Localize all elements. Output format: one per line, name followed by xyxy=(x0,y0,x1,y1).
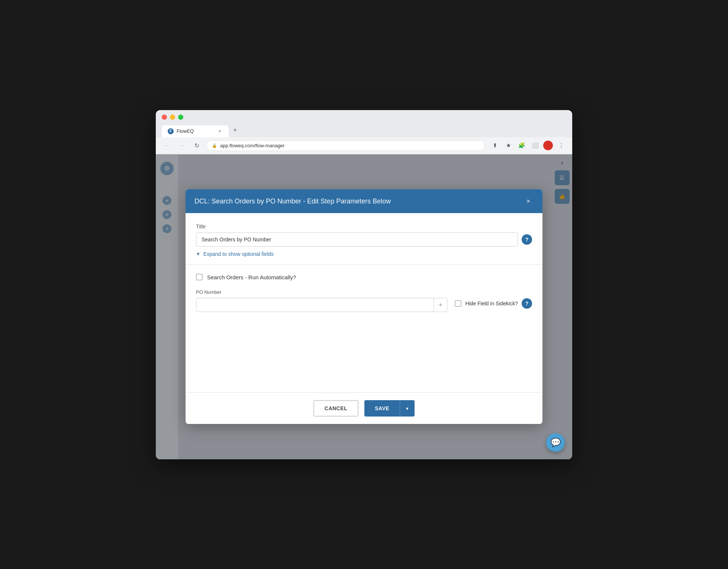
profile-button[interactable] xyxy=(543,141,553,150)
dialog: DCL: Search Orders by PO Number - Edit S… xyxy=(186,189,542,424)
po-number-row: PO Number + Hide Field in Sidekick? ? xyxy=(196,289,532,312)
share-button[interactable]: ⬆ xyxy=(490,140,500,151)
minimize-traffic-light[interactable] xyxy=(170,115,175,120)
refresh-button[interactable]: ↻ xyxy=(191,140,202,151)
po-number-input-wrapper: + xyxy=(196,298,447,312)
menu-button[interactable]: ⋮ xyxy=(556,140,566,151)
dropdown-arrow-icon: ▾ xyxy=(406,406,409,411)
maximize-traffic-light[interactable] xyxy=(178,115,183,120)
dialog-title: DCL: Search Orders by PO Number - Edit S… xyxy=(194,197,391,205)
save-button[interactable]: SAVE xyxy=(364,400,400,417)
lock-icon: 🔒 xyxy=(212,143,217,148)
hide-field-help-button[interactable]: ? xyxy=(522,298,532,309)
po-number-label: PO Number xyxy=(196,289,447,295)
active-tab[interactable]: F FlowEQ × xyxy=(162,125,229,137)
chat-icon: 💬 xyxy=(551,438,561,447)
dialog-close-button[interactable]: × xyxy=(523,196,534,206)
chat-widget-button[interactable]: 💬 xyxy=(546,433,565,452)
cancel-button[interactable]: CANCEL xyxy=(313,400,358,417)
forward-button[interactable]: → xyxy=(177,140,187,151)
dialog-header: DCL: Search Orders by PO Number - Edit S… xyxy=(186,189,542,213)
browser-addressbar: ← → ↻ 🔒 app.floweq.com/flow-manager ⬆ ★ … xyxy=(156,137,572,154)
run-automatically-checkbox[interactable] xyxy=(196,274,203,280)
tab-close-button[interactable]: × xyxy=(217,128,223,134)
save-button-group: SAVE ▾ xyxy=(364,400,415,417)
traffic-lights xyxy=(162,115,566,120)
dialog-footer: CANCEL SAVE ▾ xyxy=(186,392,542,424)
browser-actions: ⬆ ★ 🧩 ⬜ ⋮ xyxy=(490,140,566,151)
window-button[interactable]: ⬜ xyxy=(530,140,540,151)
page-content: ⚙ + + + ‹ ☰ 👍 DCL: Search Orders by PO N… xyxy=(156,154,572,459)
modal-overlay: DCL: Search Orders by PO Number - Edit S… xyxy=(156,154,572,459)
title-form-row: ? xyxy=(196,232,532,247)
browser-tabs: F FlowEQ × + xyxy=(162,123,566,137)
hide-field-checkbox[interactable] xyxy=(455,300,461,307)
address-text: app.floweq.com/flow-manager xyxy=(220,143,284,148)
close-traffic-light[interactable] xyxy=(162,115,167,120)
po-number-add-button[interactable]: + xyxy=(434,298,447,312)
divider-1 xyxy=(186,264,542,265)
browser-window: F FlowEQ × + ← → ↻ 🔒 app.floweq.com/flow… xyxy=(156,110,572,459)
dialog-body: Title ? ▼ Expand to show optional fields xyxy=(186,213,542,392)
title-help-button[interactable]: ? xyxy=(522,234,532,245)
browser-titlebar: F FlowEQ × + xyxy=(156,110,572,137)
title-label: Title xyxy=(196,224,532,229)
chevron-down-icon: ▼ xyxy=(196,251,200,257)
tab-title: FlowEQ xyxy=(177,128,194,134)
run-automatically-row: Search Orders - Run Automatically? xyxy=(196,274,532,280)
po-number-group: PO Number + xyxy=(196,289,447,312)
new-tab-button[interactable]: + xyxy=(229,123,242,137)
back-button[interactable]: ← xyxy=(162,140,172,151)
expand-label: Expand to show optional fields xyxy=(203,251,274,257)
expand-optional-row[interactable]: ▼ Expand to show optional fields xyxy=(196,251,532,257)
title-input[interactable] xyxy=(196,232,518,247)
address-bar[interactable]: 🔒 app.floweq.com/flow-manager xyxy=(206,140,485,151)
po-number-input[interactable] xyxy=(196,298,434,312)
spacer xyxy=(196,318,532,392)
bookmark-button[interactable]: ★ xyxy=(503,140,513,151)
hide-field-label: Hide Field in Sidekick? xyxy=(465,300,518,306)
hide-field-group: Hide Field in Sidekick? ? xyxy=(455,289,532,309)
extensions-button[interactable]: 🧩 xyxy=(516,140,527,151)
save-dropdown-button[interactable]: ▾ xyxy=(400,400,415,417)
run-automatically-label: Search Orders - Run Automatically? xyxy=(207,274,296,280)
tab-favicon: F xyxy=(168,128,174,134)
